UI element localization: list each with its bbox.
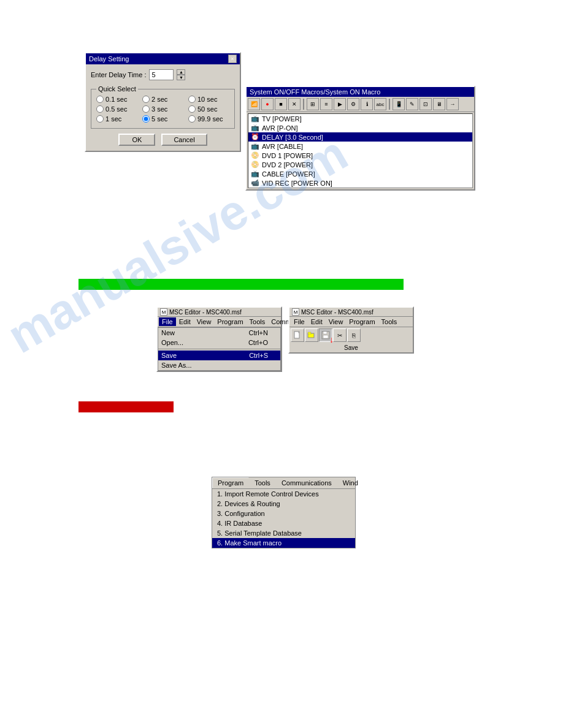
msc-right-menu-program[interactable]: Program <box>346 317 378 326</box>
menu-item-open[interactable]: Open... Ctrl+O <box>158 338 280 347</box>
abc-icon[interactable]: abc <box>374 98 386 110</box>
delay-time-input[interactable] <box>149 69 174 80</box>
msc-menu-tools[interactable]: Tools <box>247 317 269 326</box>
item-icon-delay: ⏰ <box>251 133 259 141</box>
spin-up-icon[interactable]: ▲ <box>177 69 185 75</box>
qs-radio-999s[interactable] <box>188 115 196 123</box>
close-x-icon[interactable]: ✕ <box>288 98 301 110</box>
qs-radio-10s[interactable] <box>188 96 196 103</box>
item-label-delay: DELAY [3.0 Second] <box>262 134 323 141</box>
menu-open-shortcut: Ctrl+O <box>248 339 268 346</box>
tab-communications[interactable]: Communications <box>276 477 337 488</box>
msc-menu-view[interactable]: View <box>194 317 215 326</box>
msc-right-menu-edit[interactable]: Edit <box>308 317 326 326</box>
item-icon-vidrec: 📹 <box>251 179 259 187</box>
msc-menu-program[interactable]: Program <box>214 317 246 326</box>
qs-label-1s: 1 sec <box>105 115 121 123</box>
menu-import-remote[interactable]: 1. Import Remote Control Devices <box>212 489 355 499</box>
wifi-icon[interactable]: 📶 <box>248 98 260 110</box>
msc-editor-left: M MSC Editor - MSC400.msf File Edit View… <box>156 306 282 372</box>
list-icon[interactable]: ≡ <box>320 98 332 110</box>
grid-icon[interactable]: ⊞ <box>307 98 319 110</box>
qs-row-1: 0.1 sec 2 sec 10 sec <box>96 96 229 103</box>
info-icon[interactable]: ℹ <box>361 98 373 110</box>
qs-item-3s: 3 sec <box>142 105 179 113</box>
qs-radio-50s[interactable] <box>188 105 196 113</box>
qs-radio-01s[interactable] <box>96 96 104 103</box>
msc-right-menu-view[interactable]: View <box>326 317 347 326</box>
menu-serial-template[interactable]: 5. Serial Template Database <box>212 528 355 538</box>
quick-select-group: Quick Select 0.1 sec 2 sec 10 sec <box>91 85 235 129</box>
arrow-icon[interactable]: → <box>446 98 459 110</box>
menu-item-save[interactable]: Save Ctrl+S <box>158 351 280 360</box>
device-icon[interactable]: 📱 <box>393 98 405 110</box>
tab-tools[interactable]: Tools <box>249 477 276 488</box>
menu-item-saveas[interactable]: Save As... <box>158 360 280 370</box>
cut-icon[interactable]: ✂ <box>333 328 347 342</box>
play-icon[interactable]: ▶ <box>334 98 346 110</box>
red-highlight-bar <box>79 401 174 412</box>
save-label: Save <box>289 343 413 352</box>
delay-time-spinner[interactable]: ▲ ▼ <box>177 69 185 80</box>
edit-icon[interactable]: ✎ <box>406 98 418 110</box>
record-icon[interactable]: ● <box>261 98 274 110</box>
list-item[interactable]: 📹 VID REC [POWER ON] <box>248 178 472 188</box>
new-file-icon[interactable] <box>291 328 304 342</box>
qs-item-2s: 2 sec <box>142 96 179 103</box>
item-icon-tv: 📺 <box>251 115 259 123</box>
settings-icon[interactable]: ⚙ <box>347 98 359 110</box>
copy-icon[interactable]: ⎘ <box>347 328 361 342</box>
msc-left-dropdown: New Ctrl+N Open... Ctrl+O Save Ctrl+S Sa… <box>158 327 281 371</box>
spin-down-icon[interactable]: ▼ <box>177 75 185 80</box>
item-icon-avr2: 📺 <box>251 142 259 150</box>
dropdown-separator <box>158 349 280 349</box>
ok-button[interactable]: OK <box>118 134 155 146</box>
list-item[interactable]: 📺 CABLE [POWER] <box>248 169 472 178</box>
item-label: TV [POWER] <box>262 115 302 123</box>
qs-radio-1s[interactable] <box>96 115 104 123</box>
monitor-icon[interactable]: 🖥 <box>433 98 445 110</box>
item-label: CABLE [POWER] <box>262 170 315 178</box>
list-item-selected[interactable]: ⏰ DELAY [3.0 Second] <box>248 132 472 142</box>
tab-program[interactable]: Program <box>212 477 249 488</box>
qs-radio-3s[interactable] <box>142 105 150 113</box>
msc-menu-file[interactable]: File <box>159 317 176 326</box>
msc-left-titlebar: M MSC Editor - MSC400.msf <box>158 308 281 317</box>
macros-toolbar: 📶 ● ■ ✕ ⊞ ≡ ▶ ⚙ ℹ abc 📱 ✎ ⊡ 🖥 → <box>247 97 474 112</box>
menu-item-new[interactable]: New Ctrl+N <box>158 328 280 338</box>
list-item[interactable]: 📺 AVR [CABLE] <box>248 142 472 151</box>
tab-wind[interactable]: Wind <box>337 477 364 488</box>
app-icon[interactable]: ⊡ <box>419 98 432 110</box>
list-item[interactable]: 📀 DVD 1 [POWER] <box>248 151 472 160</box>
save-file-icon[interactable]: ↓ <box>319 328 332 342</box>
qs-item-10s: 10 sec <box>188 96 225 103</box>
qs-radio-05s[interactable] <box>96 105 104 113</box>
list-item[interactable]: 📺 AVR [P-ON] <box>248 123 472 132</box>
close-icon[interactable]: × <box>228 55 237 63</box>
msc-right-menu-tools[interactable]: Tools <box>378 317 400 326</box>
qs-radio-5s[interactable] <box>142 115 150 123</box>
menu-devices-routing[interactable]: 2. Devices & Routing <box>212 499 355 509</box>
msc-right-menu-file[interactable]: File <box>291 317 308 326</box>
list-item[interactable]: 📀 DVD 2 [POWER] <box>248 160 472 169</box>
item-icon-avr: 📺 <box>251 124 259 132</box>
qs-radio-2s[interactable] <box>142 96 150 103</box>
cancel-button[interactable]: Cancel <box>161 134 207 146</box>
program-menubar: Program Tools Communications Wind <box>212 477 356 488</box>
msc-right-titlebar: M MSC Editor - MSC400.msf <box>289 308 413 317</box>
item-label: DVD 2 [POWER] <box>262 161 313 169</box>
green-progress-bar <box>79 279 404 290</box>
delay-time-label: Enter Delay Time : <box>91 71 146 78</box>
menu-new-shortcut: Ctrl+N <box>249 329 268 336</box>
msc-menu-edit[interactable]: Edit <box>176 317 194 326</box>
menu-configuration[interactable]: 3. Configuration <box>212 509 355 518</box>
menu-ir-database[interactable]: 4. IR Database <box>212 518 355 528</box>
program-menu-area: Program Tools Communications Wind 1. Imp… <box>212 477 356 548</box>
open-file-icon[interactable] <box>305 328 318 342</box>
stop-icon[interactable]: ■ <box>275 98 287 110</box>
list-item[interactable]: 📺 TV [POWER] <box>248 114 472 123</box>
msc-right-app-icon: M <box>292 308 299 316</box>
delay-dialog: Delay Setting × Enter Delay Time : ▲ ▼ Q… <box>85 52 241 152</box>
msc-right-title: MSC Editor - MSC400.msf <box>301 309 373 316</box>
menu-make-smart-macro[interactable]: 6. Make Smart macro <box>212 538 355 548</box>
